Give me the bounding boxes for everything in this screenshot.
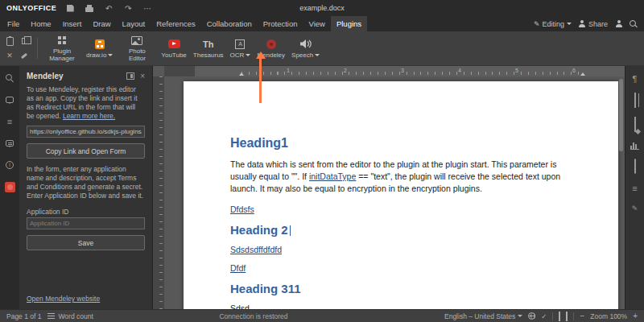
editing-mode-button[interactable]: ✎ Editing [534, 20, 572, 28]
plugin-manager-icon [58, 36, 61, 39]
drawio-button[interactable]: draw.io [83, 37, 116, 60]
tab-home[interactable]: Home [25, 16, 56, 31]
fit-width-button[interactable] [566, 312, 568, 320]
tab-plugins[interactable]: Plugins [331, 16, 367, 31]
print-button[interactable] [84, 2, 95, 14]
tab-references[interactable]: References [151, 16, 201, 31]
comments-button[interactable] [4, 94, 15, 105]
chart-settings-button[interactable] [630, 142, 639, 150]
editing-mode-label: Editing [542, 20, 564, 28]
vertical-ruler[interactable] [153, 76, 164, 309]
navigation-button[interactable]: ≡ [4, 116, 15, 127]
clipboard-group: ✕ [3, 35, 31, 62]
doc-heading3[interactable]: Heading 311 [230, 282, 572, 295]
tab-layout[interactable]: Layout [117, 16, 151, 31]
copy-link-open-form-button[interactable]: Copy Link and Open Form [27, 143, 145, 159]
tab-collaboration[interactable]: Collaboration [201, 16, 258, 31]
ruler-ticks [242, 72, 583, 75]
about-button[interactable]: i [4, 159, 15, 171]
paste-button[interactable] [3, 35, 16, 47]
cut-button[interactable]: ✕ [3, 49, 16, 62]
zoom-out-button[interactable]: − [580, 312, 584, 320]
youtube-button[interactable]: YouTube [158, 37, 189, 60]
doc-paragraph[interactable]: The data which is sent from the editor t… [230, 159, 572, 195]
search-icon[interactable] [630, 20, 638, 28]
ruler-number: 3 [401, 68, 404, 73]
paragraph-settings-button[interactable]: ¶ [633, 74, 638, 84]
image-settings-button[interactable] [634, 118, 636, 132]
save-button[interactable]: Save [27, 235, 145, 250]
doc-heading1[interactable]: Heading1 [230, 136, 572, 151]
plugins-toolbar: ✕ Plugin Manager draw.io Photo Editor Yo… [0, 31, 644, 66]
chat-button[interactable] [4, 138, 15, 149]
mendeley-icon [266, 39, 276, 49]
paste-icon [6, 37, 14, 46]
save-icon [67, 5, 74, 12]
text-art-icon: ✎ [632, 204, 638, 213]
fit-page-icon [559, 312, 560, 321]
user-avatar[interactable] [615, 20, 622, 27]
plugin-manager-button[interactable]: Plugin Manager [41, 33, 83, 64]
vertical-scrollbar[interactable] [619, 79, 623, 151]
tab-file[interactable]: File [2, 16, 25, 31]
image-icon [634, 117, 636, 132]
save-button[interactable] [64, 2, 76, 14]
ocr-button[interactable]: A OCR [227, 37, 254, 60]
statusbar-separator [552, 312, 553, 320]
comment-icon [6, 97, 14, 103]
share-button[interactable]: Share [579, 20, 608, 28]
initdatatype-link[interactable]: initDataType [309, 171, 356, 181]
spellcheck-button[interactable]: ✓ [541, 312, 547, 320]
table-icon [634, 93, 636, 108]
tab-view[interactable]: View [303, 16, 330, 31]
horizontal-ruler[interactable]: 1 2 3 4 5 6 [164, 66, 625, 76]
copy-button[interactable] [18, 35, 31, 47]
document-page[interactable]: Heading1 The data which is sent from the… [184, 81, 618, 309]
zoom-level-label[interactable]: Zoom 100% [590, 312, 627, 320]
copy-style-button[interactable] [18, 49, 31, 62]
doc-link-dfdsfs[interactable]: Dfdsfs [230, 204, 254, 214]
tab-protection[interactable]: Protection [258, 16, 303, 31]
undo-button[interactable]: ↶ [103, 2, 114, 14]
doc-link-sdsdsdffdfdfd[interactable]: Sdsdsdffdfdfd [230, 245, 282, 254]
word-count-button[interactable]: Word count [47, 312, 93, 320]
document-language-button[interactable]: English – United States [444, 312, 522, 320]
mendeley-plugin-button[interactable] [4, 181, 15, 192]
redirect-url-input[interactable] [27, 126, 145, 138]
text-cursor [290, 225, 291, 236]
doc-link-dfdf[interactable]: Dfdf [230, 263, 246, 273]
tab-draw[interactable]: Draw [87, 16, 116, 31]
speech-button[interactable]: Speech [288, 37, 323, 60]
panel-dock-button[interactable] [126, 72, 134, 80]
quick-access-more-button[interactable]: ⋯ [142, 2, 153, 14]
doc-heading2[interactable]: Heading 2 [230, 223, 572, 237]
open-mendeley-website-link[interactable]: Open Mendeley website [27, 295, 100, 303]
annotation-arrow [259, 58, 262, 103]
tab-insert[interactable]: Insert [57, 16, 88, 31]
thesaurus-button[interactable]: Th Thesaurus [190, 37, 227, 60]
page-number-indicator[interactable]: Page 1 of 1 [6, 312, 41, 320]
thesaurus-label: Thesaurus [193, 52, 224, 59]
doc-text-sdsd[interactable]: Sdsd [230, 303, 572, 309]
find-button[interactable] [4, 72, 15, 84]
drawio-icon [95, 39, 105, 49]
shape-settings-button[interactable] [634, 159, 636, 174]
language-label: English – United States [444, 312, 515, 320]
zoom-in-button[interactable]: + [633, 312, 638, 320]
copy-icon [22, 38, 27, 44]
learn-more-link[interactable]: Learn more here. [63, 112, 115, 120]
ocr-icon: A [235, 39, 245, 49]
redo-button[interactable]: ↷ [122, 2, 134, 14]
application-id-input[interactable] [27, 217, 145, 229]
right-indent-marker[interactable] [580, 72, 585, 76]
photo-editor-button[interactable]: Photo Editor [116, 33, 158, 64]
panel-close-button[interactable]: × [140, 72, 145, 80]
globe-icon[interactable] [528, 312, 535, 320]
ruler-number: 1 [287, 68, 290, 73]
textart-settings-button[interactable]: ✎ [632, 203, 638, 213]
fit-page-button[interactable] [559, 312, 560, 320]
speech-label: Speech [291, 52, 313, 59]
table-settings-button[interactable] [634, 93, 636, 108]
left-indent-marker[interactable] [239, 72, 244, 76]
headings-settings-button[interactable]: ≡ [632, 184, 637, 193]
